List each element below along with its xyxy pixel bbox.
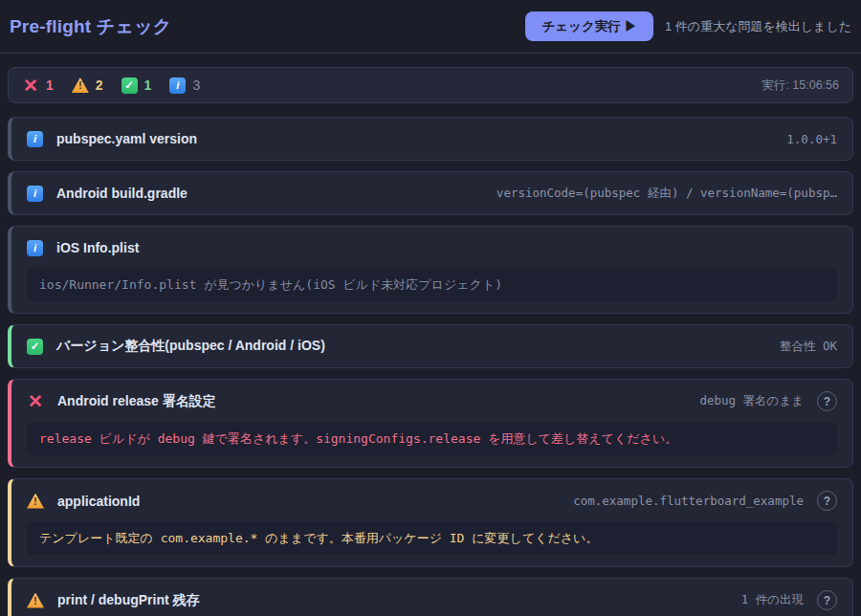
run-check-button[interactable]: チェック実行 ▶ (525, 11, 653, 41)
check-row: ✕ Android release 署名設定 debug 署名のまま ? (27, 391, 837, 411)
check-title: Android build.gradle (56, 186, 188, 201)
summary-warnings: ! 2 (72, 77, 103, 93)
check-row: ✓ バージョン整合性(pubspec / Android / iOS) 整合性 … (27, 337, 837, 356)
check-row: i Android build.gradle versionCode=(pubs… (27, 184, 837, 203)
summary-bar: ✕ 1 ! 2 ✓ 1 i 3 実行: 15:06:56 (8, 67, 853, 103)
info-count: 3 (192, 77, 200, 93)
warning-icon: ! (27, 593, 44, 608)
check-card-application-id: ! applicationId com.example.flutterboard… (8, 478, 853, 567)
check-detail: release ビルドが debug 鍵で署名されます。signingConfi… (27, 422, 837, 455)
check-value: 1 件の出現 (741, 592, 804, 608)
check-list: i pubspec.yaml version 1.0.0+1 i Android… (8, 117, 853, 616)
warning-icon: ! (72, 77, 89, 93)
summary-errors: ✕ 1 (22, 77, 54, 94)
check-detail: テンプレート既定の com.example.* のままです。本番用パッケージ I… (27, 521, 837, 555)
check-title: print / debugPrint 残存 (57, 592, 200, 609)
info-icon: i (27, 131, 43, 147)
page-title: Pre-flight チェック (10, 14, 171, 39)
check-detail: ios/Runner/Info.plist が見つかりません(iOS ビルド未対… (27, 268, 837, 301)
check-icon: ✓ (121, 77, 138, 94)
help-icon[interactable]: ? (817, 391, 837, 411)
summary-info: i 3 (169, 77, 200, 94)
summary-passed: ✓ 1 (121, 77, 152, 94)
check-title: バージョン整合性(pubspec / Android / iOS) (56, 338, 325, 355)
check-value: versionCode=(pubspec 経由) / versionName=(… (497, 186, 837, 202)
check-row: i iOS Info.plist (27, 238, 837, 257)
warning-icon: ! (27, 494, 44, 509)
check-title: iOS Info.plist (56, 240, 139, 255)
check-card-debugprint: ! print / debugPrint 残存 1 件の出現 ? lib/cus… (8, 578, 853, 616)
warning-count: 2 (96, 77, 103, 93)
check-value: com.example.flutterboard_example (573, 494, 804, 508)
check-title: Android release 署名設定 (57, 393, 216, 410)
error-count: 1 (46, 77, 54, 93)
check-card-build-gradle: i Android build.gradle versionCode=(pubs… (8, 171, 853, 215)
run-timestamp: 実行: 15:06:56 (762, 77, 839, 94)
check-value: 1.0.0+1 (786, 132, 837, 146)
check-card-pubspec-version: i pubspec.yaml version 1.0.0+1 (8, 117, 853, 161)
check-value: 整合性 OK (780, 339, 837, 355)
info-icon: i (27, 240, 43, 256)
check-row: ! print / debugPrint 残存 1 件の出現 ? (27, 590, 837, 610)
error-icon: ✕ (27, 393, 44, 409)
help-icon[interactable]: ? (817, 491, 837, 511)
check-card-version-consistency: ✓ バージョン整合性(pubspec / Android / iOS) 整合性 … (8, 324, 853, 368)
info-icon: i (169, 77, 186, 94)
info-icon: i (27, 186, 43, 202)
error-icon: ✕ (22, 77, 39, 94)
check-row: i pubspec.yaml version 1.0.0+1 (27, 129, 837, 148)
help-icon[interactable]: ? (817, 590, 837, 610)
check-value: debug 署名のまま (699, 393, 804, 409)
check-title: applicationId (57, 494, 140, 509)
check-title: pubspec.yaml version (56, 131, 197, 146)
critical-issue-message: 1 件の重大な問題を検出しました (665, 18, 851, 35)
header-actions: チェック実行 ▶ 1 件の重大な問題を検出しました (525, 11, 851, 41)
check-row: ! applicationId com.example.flutterboard… (27, 491, 837, 511)
check-icon: ✓ (27, 339, 43, 355)
ok-count: 1 (144, 77, 152, 93)
check-card-release-signing: ✕ Android release 署名設定 debug 署名のまま ? rel… (8, 379, 853, 468)
app-header: Pre-flight チェック チェック実行 ▶ 1 件の重大な問題を検出しまし… (0, 0, 861, 54)
check-card-ios-infoplist: i iOS Info.plist ios/Runner/Info.plist が… (8, 226, 853, 314)
